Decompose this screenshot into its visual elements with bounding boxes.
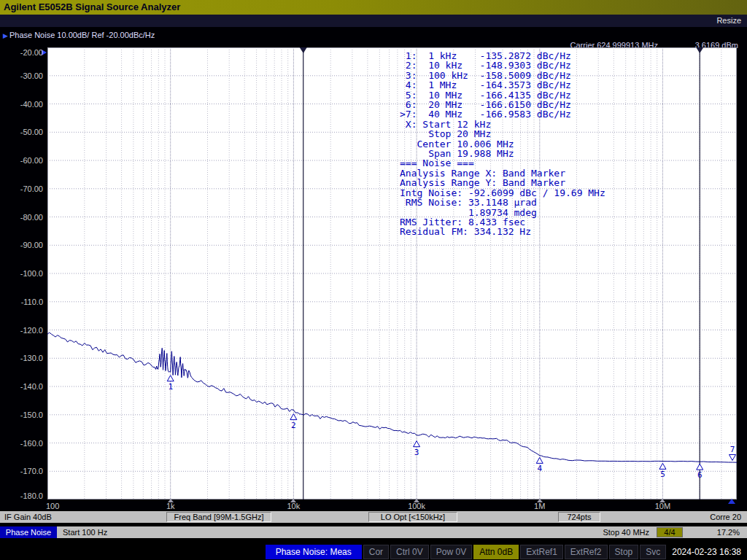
marker-readout-line: RMS Jitter: 8.433 fsec bbox=[400, 217, 605, 227]
y-axis-tick: -130.0 bbox=[0, 354, 43, 362]
sweep-progress-readout: 17.2% bbox=[717, 528, 740, 537]
marker-4-label: 4 bbox=[537, 464, 542, 473]
average-count-badge: 4/4 bbox=[657, 527, 683, 537]
y-axis-tick: -120.0 bbox=[0, 326, 43, 335]
window-title: Agilent E5052B Signal Source Analyzer bbox=[4, 1, 180, 12]
marker-readout-line: Span 19.988 MHz bbox=[400, 149, 605, 158]
band-marker-flag-icon[interactable] bbox=[300, 47, 307, 53]
marker-5-symbol[interactable] bbox=[659, 463, 666, 469]
if-gain-setting[interactable]: IF Gain 40dB bbox=[4, 513, 52, 521]
marker-4-symbol[interactable] bbox=[536, 457, 543, 463]
y-axis-tick: -70.00 bbox=[0, 184, 43, 193]
y-axis-tick: -20.00 bbox=[0, 48, 43, 57]
taskbar-item-stop[interactable]: Stop bbox=[609, 545, 639, 559]
x-axis-tick: 100k bbox=[408, 502, 425, 510]
y-axis-tick: -80.00 bbox=[0, 213, 43, 222]
marker-readout-line: >7: 40 MHz -166.9583 dBc/Hz bbox=[400, 109, 605, 119]
active-measurement-button[interactable]: Phase Noise: Meas bbox=[266, 545, 362, 559]
marker-2-label: 2 bbox=[291, 421, 296, 430]
marker-1-symbol[interactable] bbox=[167, 376, 174, 381]
marker-5-label: 5 bbox=[660, 470, 665, 479]
x-axis-tick: 1M bbox=[534, 502, 545, 510]
x-axis-tick-triangle-icon bbox=[290, 499, 296, 502]
x-axis-tick-triangle-icon bbox=[537, 499, 543, 502]
window-title-bar: Agilent E5052B Signal Source Analyzer bbox=[0, 0, 747, 15]
marker-2-symbol[interactable] bbox=[290, 414, 297, 420]
taskbar-item-extref2[interactable]: ExtRef2 bbox=[565, 545, 608, 559]
marker-readout-line: 1.89734 mdeg bbox=[400, 208, 605, 217]
y-axis-tick: -180.0 bbox=[0, 491, 43, 500]
x-axis-tick: 100 bbox=[46, 502, 59, 510]
x-axis-tick-triangle-icon bbox=[659, 499, 665, 502]
marker-readout-line: 4: 1 MHz -164.3573 dBc/Hz bbox=[400, 80, 605, 90]
marker-7-label: 7 bbox=[730, 445, 735, 454]
marker-readout-line: Analysis Range X: Band Marker bbox=[400, 168, 605, 178]
y-axis-tick: -140.0 bbox=[0, 382, 43, 391]
x-axis-tick-triangle-icon bbox=[168, 499, 174, 502]
x-position-indicator-icon[interactable] bbox=[728, 499, 735, 504]
taskbar-item-attn-0db[interactable]: Attn 0dB bbox=[473, 545, 519, 559]
taskbar-item-extref1[interactable]: ExtRef1 bbox=[520, 545, 563, 559]
marker-readout-line: 5: 10 MHz -166.4135 dBc/Hz bbox=[400, 90, 605, 100]
y-axis-tick: -160.0 bbox=[0, 439, 43, 448]
marker-readout-line: X: Start 12 kHz bbox=[400, 120, 605, 129]
marker-readout-line: 1: 1 kHz -135.2872 dBc/Hz bbox=[400, 51, 605, 61]
y-axis-tick: -100.0 bbox=[0, 269, 43, 278]
marker-readout-line: Residual FM: 334.132 Hz bbox=[400, 227, 605, 236]
y-axis-tick: -170.0 bbox=[0, 467, 43, 475]
y-axis-tick: -150.0 bbox=[0, 411, 43, 419]
y-axis-tick: -50.00 bbox=[0, 128, 43, 136]
marker-readout-line: === Noise === bbox=[400, 158, 605, 168]
marker-readout-line: 3: 100 kHz -158.5009 dBc/Hz bbox=[400, 71, 605, 80]
scale-text: Phase Noise 10.00dB/ Ref -20.00dBc/Hz bbox=[9, 31, 155, 39]
marker-6-symbol[interactable] bbox=[697, 464, 703, 470]
x-axis-tick: 10M bbox=[655, 502, 670, 510]
graph-region: ▶Phase Noise 10.00dB/ Ref -20.00dBc/Hz C… bbox=[0, 27, 747, 510]
marker-readout-panel: 1: 1 kHz -135.2872 dBc/Hz 2: 10 kHz -148… bbox=[400, 51, 605, 237]
marker-readout-line: Intg Noise: -92.6099 dBc / 19.69 MHz bbox=[400, 188, 605, 198]
instrument-status-bar: Phase Noise: Meas CorCtrl 0VPow 0VAttn 0… bbox=[0, 543, 747, 560]
x-axis-tick: 10k bbox=[287, 502, 301, 510]
y-axis-tick: -60.00 bbox=[0, 156, 43, 165]
y-axis-tick: -30.00 bbox=[0, 71, 43, 80]
marker-3-symbol[interactable] bbox=[414, 441, 420, 447]
sweep-start-readout: Start 100 Hz bbox=[63, 528, 107, 537]
marker-readout-line: 2: 10 kHz -148.9303 dBc/Hz bbox=[400, 61, 605, 70]
points-setting[interactable]: 724pts bbox=[558, 512, 600, 522]
trace-marker-right-icon: ▶ bbox=[3, 32, 8, 39]
marker-readout-line: 6: 20 MHz -166.6150 dBc/Hz bbox=[400, 100, 605, 109]
trace-scale-label: ▶Phase Noise 10.00dB/ Ref -20.00dBc/Hz bbox=[3, 31, 155, 39]
status-bar-sweep: Phase Noise Start 100 Hz Stop 40 MHz 4/4… bbox=[0, 526, 747, 538]
marker-7-symbol[interactable] bbox=[729, 454, 736, 460]
measurement-mode-badge[interactable]: Phase Noise bbox=[0, 526, 57, 538]
marker-readout-line: RMS Noise: 33.1148 µrad bbox=[400, 198, 605, 207]
datetime-readout: 2024-02-23 16:38 bbox=[667, 547, 744, 557]
x-axis-tick-triangle-icon bbox=[414, 499, 419, 502]
marker-readout-line: Stop 20 MHz bbox=[400, 129, 605, 139]
taskbar-item-svc[interactable]: Svc bbox=[640, 545, 666, 559]
menu-bar: Resize bbox=[0, 15, 747, 27]
plot-area[interactable]: 1234567 1: 1 kHz -135.2872 dBc/Hz 2: 10 … bbox=[47, 47, 737, 499]
phase-noise-plot[interactable]: 1234567 bbox=[47, 47, 737, 499]
taskbar-item-ctrl-0v[interactable]: Ctrl 0V bbox=[390, 545, 429, 559]
band-marker-flag-icon[interactable] bbox=[696, 47, 703, 53]
lo-opt-setting[interactable]: LO Opt [<150kHz] bbox=[368, 512, 457, 522]
freq-band-setting[interactable]: Freq Band [99M-1.5GHz] bbox=[166, 512, 271, 522]
taskbar-item-pow-0v[interactable]: Pow 0V bbox=[430, 545, 472, 559]
y-axis-tick: -110.0 bbox=[0, 298, 43, 306]
sweep-stop-readout: Stop 40 MHz bbox=[603, 528, 649, 537]
marker-3-label: 3 bbox=[414, 448, 419, 457]
correlation-setting[interactable]: Corre 20 bbox=[710, 513, 741, 521]
taskbar-indicators: CorCtrl 0VPow 0VAttn 0dBExtRef1ExtRef2St… bbox=[363, 545, 667, 559]
status-bar-settings: IF Gain 40dB Freq Band [99M-1.5GHz] LO O… bbox=[0, 511, 747, 523]
marker-6-label: 6 bbox=[697, 470, 703, 480]
resize-button[interactable]: Resize bbox=[716, 16, 741, 25]
y-axis-tick: -90.00 bbox=[0, 241, 43, 249]
x-axis-tick: 1k bbox=[166, 502, 175, 510]
marker-readout-line: Analysis Range Y: Band Marker bbox=[400, 178, 605, 187]
taskbar-item-cor[interactable]: Cor bbox=[363, 545, 389, 559]
marker-readout-line: Center 10.006 MHz bbox=[400, 139, 605, 149]
marker-1-label: 1 bbox=[168, 382, 173, 392]
y-axis-tick: -40.00 bbox=[0, 100, 43, 109]
